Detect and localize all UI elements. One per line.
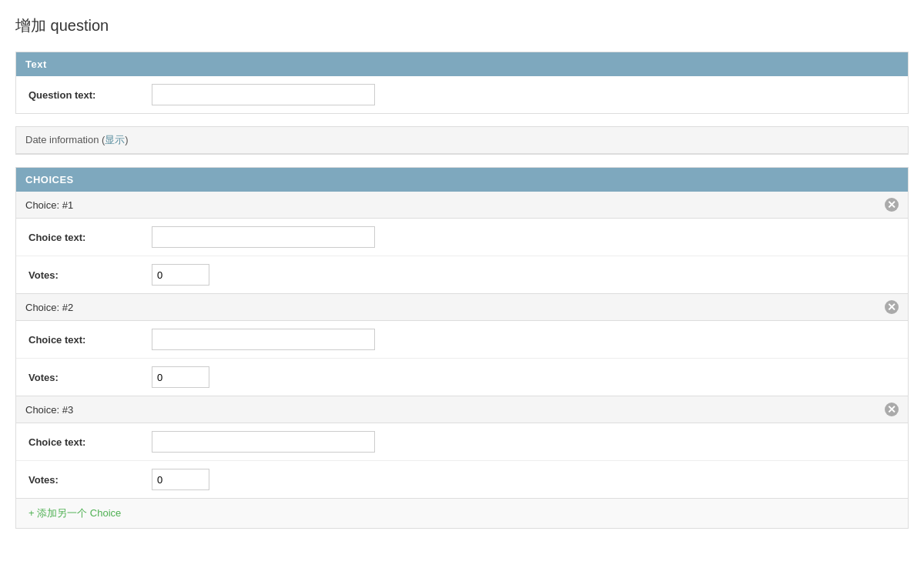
choices-container: CHOICES Choice: #1 ✕ Choice text: Votes:… bbox=[15, 167, 909, 529]
choice-1-header: Choice: #1 ✕ bbox=[16, 192, 908, 219]
choice-2-votes-input[interactable] bbox=[152, 366, 209, 388]
choice-3-text-input-wrapper bbox=[152, 431, 896, 453]
question-text-input[interactable] bbox=[152, 84, 375, 105]
choice-2-votes-label: Votes: bbox=[28, 372, 152, 383]
choice-2-text-label: Choice text: bbox=[28, 334, 152, 346]
choice-3: Choice: #3 ✕ Choice text: Votes: bbox=[16, 396, 908, 498]
choice-1-votes-input-wrapper bbox=[152, 264, 896, 286]
date-section-header[interactable]: Date information (显示) bbox=[16, 127, 908, 154]
choice-1-votes-input[interactable] bbox=[152, 264, 209, 286]
choice-2-remove-button[interactable]: ✕ bbox=[885, 300, 899, 314]
question-text-label: Question text: bbox=[28, 89, 152, 101]
choice-2: Choice: #2 ✕ Choice text: Votes: bbox=[16, 293, 908, 396]
choice-3-votes-input-wrapper bbox=[152, 469, 896, 490]
choice-3-votes-input[interactable] bbox=[152, 469, 209, 490]
date-section-toggle-link[interactable]: 显示 bbox=[105, 134, 125, 145]
choice-2-votes-input-wrapper bbox=[152, 366, 896, 388]
choice-2-votes-row: Votes: bbox=[16, 359, 908, 396]
text-section: Text Question text: bbox=[15, 52, 909, 114]
choice-1-votes-label: Votes: bbox=[28, 269, 152, 281]
question-text-row: Question text: bbox=[16, 76, 908, 113]
choice-3-text-input[interactable] bbox=[152, 431, 375, 453]
page-title: 增加 question bbox=[15, 15, 909, 36]
choice-2-text-input[interactable] bbox=[152, 329, 375, 350]
choice-1-text-row: Choice text: bbox=[16, 219, 908, 256]
choice-3-text-label: Choice text: bbox=[28, 436, 152, 448]
choice-2-text-input-wrapper bbox=[152, 329, 896, 350]
choice-3-remove-button[interactable]: ✕ bbox=[885, 403, 899, 416]
date-section-label: Date information (显示) bbox=[25, 134, 129, 145]
choice-3-text-row: Choice text: bbox=[16, 423, 908, 461]
choice-2-header: Choice: #2 ✕ bbox=[16, 294, 908, 321]
choice-3-votes-row: Votes: bbox=[16, 461, 908, 498]
add-choice-link[interactable]: + 添加另一个 Choice bbox=[28, 507, 121, 519]
question-text-input-wrapper bbox=[152, 84, 896, 105]
choice-3-header: Choice: #3 ✕ bbox=[16, 396, 908, 423]
choice-2-label: Choice: #2 bbox=[25, 302, 73, 313]
choice-1-remove-button[interactable]: ✕ bbox=[885, 198, 899, 212]
choice-3-label: Choice: #3 bbox=[25, 404, 73, 416]
date-section: Date information (显示) bbox=[15, 126, 909, 155]
choice-1-label: Choice: #1 bbox=[25, 199, 73, 211]
choice-3-votes-label: Votes: bbox=[28, 474, 152, 486]
choice-1: Choice: #1 ✕ Choice text: Votes: bbox=[16, 192, 908, 293]
text-section-header: Text bbox=[16, 52, 908, 76]
add-choice-bar: + 添加另一个 Choice bbox=[16, 498, 908, 528]
choice-1-votes-row: Votes: bbox=[16, 256, 908, 293]
choice-1-text-label: Choice text: bbox=[28, 232, 152, 243]
choice-1-text-input[interactable] bbox=[152, 226, 375, 248]
choices-section-header: CHOICES bbox=[16, 168, 908, 192]
choice-1-text-input-wrapper bbox=[152, 226, 896, 248]
choice-2-text-row: Choice text: bbox=[16, 321, 908, 359]
